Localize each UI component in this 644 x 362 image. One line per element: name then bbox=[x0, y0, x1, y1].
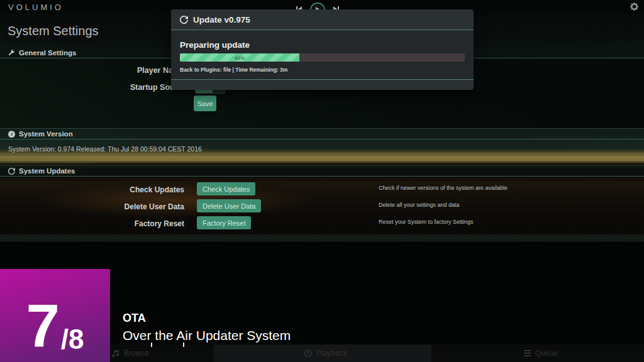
volumio-logo: VOLUMIO bbox=[8, 3, 64, 12]
general-settings-title: General Settings bbox=[19, 49, 76, 57]
panel-bottom-edge bbox=[0, 234, 644, 242]
queue-list-icon bbox=[524, 350, 531, 356]
delete-user-data-button[interactable]: Delete User Data bbox=[197, 199, 261, 212]
slide-caption: OTA Over the Air Updater System bbox=[123, 312, 291, 343]
tick-mark bbox=[183, 343, 184, 347]
check-updates-description: Check if newer versions of the system ar… bbox=[379, 185, 508, 191]
nav-playback-label: Playback bbox=[316, 349, 347, 358]
system-updates-header[interactable]: System Updates bbox=[0, 165, 644, 177]
update-dialog-header: Update v0.975 bbox=[171, 9, 474, 30]
slide-total: /8 bbox=[61, 327, 84, 352]
progress-percent: 42% bbox=[180, 55, 299, 60]
delete-user-data-label: Delete User Data bbox=[125, 202, 184, 211]
system-version-header[interactable]: i System Version bbox=[0, 128, 644, 140]
progress-fill: 42% bbox=[180, 53, 299, 62]
system-updates-title: System Updates bbox=[19, 167, 75, 175]
system-version-info: System Version: 0.974 Released: Thu Jul … bbox=[8, 145, 202, 153]
nav-playback[interactable]: Playback bbox=[304, 344, 347, 362]
factory-reset-label: Factory Reset bbox=[135, 219, 184, 228]
system-version-title: System Version bbox=[19, 130, 73, 138]
update-note: Back to Plugins: file | Time Remaining: … bbox=[180, 67, 465, 73]
update-dialog-footer bbox=[171, 80, 474, 90]
nav-queue[interactable]: Queue bbox=[524, 344, 558, 362]
refresh-icon bbox=[8, 168, 15, 175]
check-updates-button[interactable]: Check Updates bbox=[197, 182, 255, 195]
system-updates-panel bbox=[0, 177, 644, 234]
tick-mark bbox=[151, 343, 152, 347]
save-button[interactable]: Save bbox=[194, 96, 216, 111]
info-icon: i bbox=[8, 131, 15, 138]
nav-queue-label: Queue bbox=[535, 349, 558, 358]
nav-browse[interactable]: Browse bbox=[111, 344, 149, 362]
slide-number: 7 bbox=[26, 300, 59, 352]
factory-reset-button[interactable]: Factory Reset bbox=[197, 216, 251, 229]
playback-clock-icon bbox=[304, 349, 312, 358]
slide-number-badge: 7 /8 bbox=[0, 269, 110, 362]
screen: VOLUMIO System Settings bbox=[0, 0, 644, 362]
factory-reset-description: Reset your System to factory Settings bbox=[379, 219, 474, 225]
caption-title: OTA bbox=[123, 312, 291, 326]
update-dialog-title: Update v0.975 bbox=[193, 15, 250, 25]
gear-icon[interactable] bbox=[630, 2, 639, 11]
nav-browse-label: Browse bbox=[124, 349, 149, 358]
check-updates-label: Check Updates bbox=[130, 185, 184, 194]
music-note-icon bbox=[111, 349, 119, 358]
update-dialog-body: Preparing update 42% Back to Plugins: fi… bbox=[171, 30, 474, 80]
delete-user-data-description: Delete all your settings and data bbox=[379, 202, 460, 208]
wrench-icon bbox=[8, 49, 15, 56]
update-refresh-icon bbox=[180, 16, 188, 24]
progress-bar: 42% bbox=[180, 53, 465, 62]
caption-subtitle: Over the Air Updater System bbox=[123, 328, 291, 343]
page-title: System Settings bbox=[5, 22, 104, 41]
update-status-text: Preparing update bbox=[180, 40, 465, 50]
update-dialog: Update v0.975 Preparing update 42% Back … bbox=[171, 9, 474, 90]
